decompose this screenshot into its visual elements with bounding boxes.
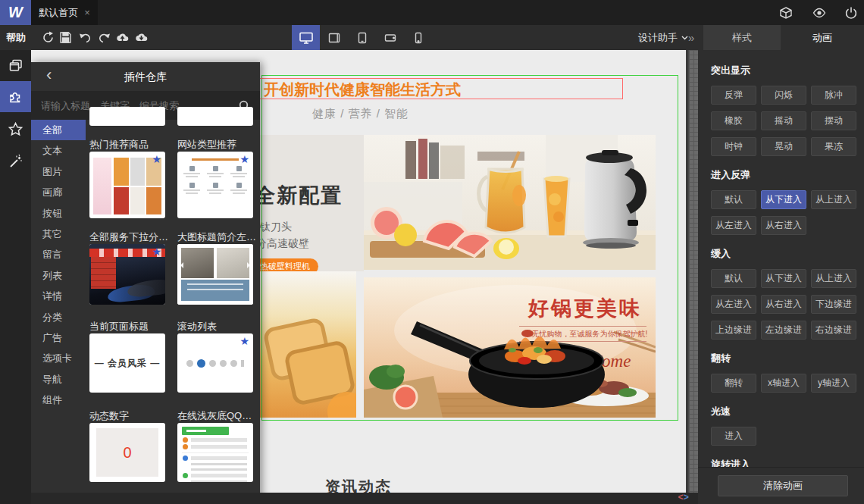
anim-button[interactable]: 闪烁 — [761, 86, 806, 105]
plugin-card-title: 热门推荐商品 — [89, 138, 173, 152]
thumb-pagetitle: — 会员风采 — — [89, 333, 165, 393]
plugin-card-grid: 热门推荐商品★网站类型推荐★全部服务下拉分类带…★大图标题简介左右切…当前页面标… — [31, 62, 260, 504]
plugin-card-title: 滚动列表 — [177, 320, 260, 333]
save-icon[interactable] — [59, 31, 72, 44]
clear-animation-button[interactable]: 清除动画 — [718, 475, 848, 496]
sidebar-plugins-icon[interactable] — [0, 81, 31, 112]
anim-button[interactable]: 果冻 — [811, 137, 856, 156]
favorite-star-icon: ★ — [239, 153, 249, 165]
more-panels-button[interactable]: » — [688, 25, 694, 50]
refresh-icon[interactable] — [42, 31, 55, 44]
sidebar-magic-wand-icon[interactable] — [0, 146, 31, 177]
anim-section-title-4: 光速 — [711, 405, 856, 418]
anim-button[interactable]: 从左进入 — [711, 216, 756, 235]
toolbar: 帮助 — [0, 25, 864, 50]
upload-cloud-icon[interactable] — [116, 31, 129, 44]
anim-button-grid: 默认从下进入从上进入从左进入从右进入下边缘进上边缘进左边缘进右边缘进 — [711, 269, 858, 340]
help-button[interactable]: 帮助 — [6, 25, 26, 50]
plugin-card-0[interactable]: ★ — [89, 152, 165, 218]
device-tablet-button[interactable] — [348, 25, 376, 50]
anim-section-title-2: 缓入 — [711, 247, 856, 261]
canvas-scrollbar[interactable] — [688, 50, 698, 493]
undo-icon[interactable] — [79, 31, 92, 44]
anim-button[interactable]: 左边缘进 — [761, 321, 806, 340]
animation-panel-footer: 清除动画 — [698, 467, 864, 504]
device-phone-landscape-button[interactable] — [376, 25, 404, 50]
device-laptop-button[interactable] — [320, 25, 348, 50]
plugin-card-2[interactable]: ★ — [89, 244, 165, 305]
preview-eye-icon[interactable] — [812, 6, 826, 20]
tab-animation[interactable]: 动画 — [781, 25, 864, 50]
website-builder-app: 全新配置 钛刀头 分高速破壁 热破壁料理机 — [0, 0, 864, 504]
page-tab[interactable]: 默认首页 × — [31, 0, 98, 25]
plugin-card-3[interactable] — [177, 244, 253, 305]
plugin-card-6[interactable]: 0 — [89, 423, 165, 482]
plugin-card-4[interactable]: — 会员风采 — — [89, 333, 165, 393]
design-assistant-button[interactable]: 设计助手 — [638, 25, 688, 50]
anim-button-grid: 默认从下进入从上进入从左进入从右进入 — [711, 190, 858, 235]
anim-button[interactable]: x轴进入 — [761, 374, 806, 393]
anim-section-title-3: 翻转 — [711, 352, 856, 365]
download-cloud-icon[interactable] — [135, 31, 148, 44]
code-view-icon[interactable]: <> — [678, 493, 689, 504]
thumb-gallery — [177, 244, 253, 305]
top-bar: W 默认首页 × — [0, 0, 864, 25]
thumb-qq — [177, 423, 253, 482]
anim-button[interactable]: 晃动 — [761, 137, 806, 156]
anim-button[interactable]: 时钟 — [711, 137, 756, 156]
plugin-card-7[interactable] — [177, 423, 253, 482]
tab-style[interactable]: 样式 — [703, 25, 781, 50]
headline-textbox[interactable]: 开创新时代健康智能生活方式 — [258, 78, 623, 99]
anim-button[interactable]: 右边缘进 — [811, 321, 856, 340]
favorite-star-icon: ★ — [152, 246, 161, 258]
anim-section-title-1: 进入反弹 — [711, 168, 856, 182]
sidebar-pages-icon[interactable] — [0, 50, 31, 81]
anim-button[interactable]: 从右进入 — [761, 295, 806, 314]
thumb-number: 0 — [89, 423, 165, 482]
left-sidebar — [0, 50, 31, 504]
status-bar: <> — [31, 493, 698, 504]
plugin-card-title: 网站类型推荐 — [177, 138, 260, 152]
power-exit-icon[interactable] — [844, 6, 858, 20]
anim-button-grid: 进入 — [711, 427, 858, 446]
anim-button[interactable]: 从上进入 — [811, 269, 856, 288]
favorite-star-icon: ★ — [152, 153, 161, 165]
anim-button[interactable]: 翻转 — [711, 374, 756, 393]
plugin-card-title: 在线浅灰底QQ客服 — [177, 409, 260, 423]
sidebar-favorites-icon[interactable] — [0, 114, 31, 145]
anim-button[interactable]: 摆动 — [811, 111, 856, 130]
anim-button[interactable]: 上边缘进 — [711, 321, 756, 340]
app-logo[interactable]: W — [0, 0, 31, 25]
anim-button[interactable]: 摇动 — [761, 111, 806, 130]
anim-button[interactable]: 默认 — [711, 190, 756, 209]
anim-button-grid: 反弹闪烁脉冲橡胶摇动摆动时钟晃动果冻 — [711, 86, 858, 156]
plugin-card-title: 全部服务下拉分类带… — [89, 230, 173, 244]
plugin-card-partial[interactable] — [89, 107, 165, 126]
anim-button[interactable]: 从下进入 — [761, 269, 806, 288]
plugin-card-1[interactable]: ★ — [177, 152, 253, 218]
anim-button[interactable]: 从上进入 — [811, 190, 856, 209]
anim-section-title-0: 突出显示 — [711, 64, 856, 77]
anim-button[interactable]: 默认 — [711, 269, 756, 288]
plugin-card-5[interactable]: ★ — [177, 333, 253, 393]
anim-button[interactable]: 脉冲 — [811, 86, 856, 105]
anim-button[interactable]: 橡胶 — [711, 111, 756, 130]
anim-button[interactable]: 从右进入 — [761, 216, 806, 235]
design-assistant-label: 设计助手 — [638, 25, 678, 50]
animation-panel: 突出显示反弹闪烁脉冲橡胶摇动摆动时钟晃动果冻进入反弹默认从下进入从上进入从左进入… — [698, 50, 864, 504]
anim-button[interactable]: 从下进入 — [761, 190, 806, 209]
anim-button[interactable]: 从左进入 — [711, 295, 756, 314]
anim-button[interactable]: 下边缘进 — [811, 295, 856, 314]
chevron-down-icon — [681, 36, 688, 40]
animation-sections: 突出显示反弹闪烁脉冲橡胶摇动摆动时钟晃动果冻进入反弹默认从下进入从上进入从左进入… — [698, 50, 864, 468]
anim-button[interactable]: 进入 — [711, 427, 756, 446]
anim-button[interactable]: y轴进入 — [811, 374, 856, 393]
tab-close-icon[interactable]: × — [84, 7, 90, 18]
anim-button[interactable]: 反弹 — [711, 86, 756, 105]
components-cube-icon[interactable] — [779, 6, 793, 20]
device-phone-button[interactable] — [404, 25, 432, 50]
redo-icon[interactable] — [98, 31, 111, 44]
plugin-card-partial[interactable] — [177, 107, 253, 126]
plugin-card-title: 当前页面标题 — [89, 320, 173, 333]
device-desktop-button[interactable] — [292, 25, 320, 50]
